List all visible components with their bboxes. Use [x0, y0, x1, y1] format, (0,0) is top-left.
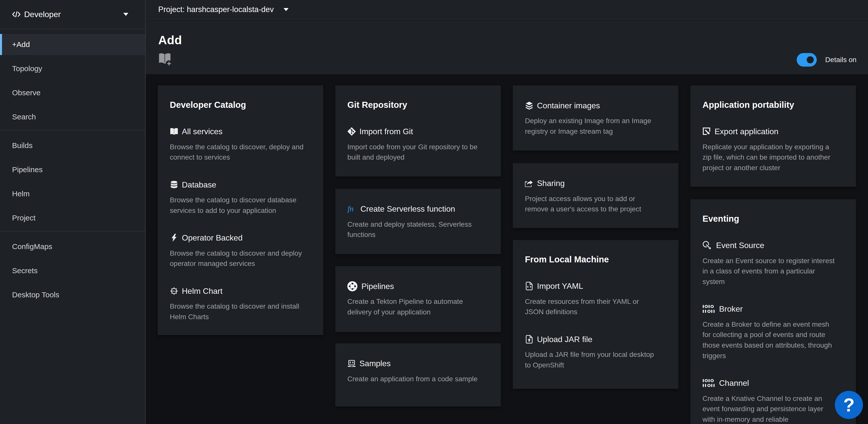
- svg-text:HELM: HELM: [171, 290, 177, 292]
- svg-text:fn: fn: [348, 205, 353, 213]
